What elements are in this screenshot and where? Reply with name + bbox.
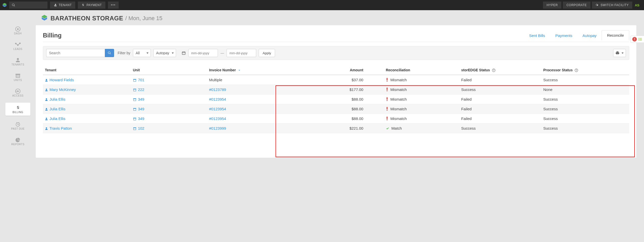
tab-autopay[interactable]: Autopay (577, 31, 602, 40)
unit-link[interactable]: 222 (138, 87, 144, 92)
more-actions-button[interactable]: ••• (108, 2, 119, 9)
sidebar-item-leads[interactable]: LEADS (9, 41, 27, 51)
help-icon[interactable]: ? (492, 69, 496, 72)
tenant-link[interactable]: Mary McKinney (49, 87, 76, 92)
col-invoice-label: Invoice Number (209, 68, 236, 72)
ellipsis-icon: ••• (111, 3, 116, 7)
help-icon[interactable]: ? (575, 69, 578, 72)
tenant-link[interactable]: Travis Patton (49, 126, 72, 130)
dollar-icon (81, 4, 84, 7)
new-tenant-button[interactable]: TENANT (50, 2, 75, 9)
invoice-link[interactable]: #0123999 (209, 126, 226, 130)
col-reconciliation[interactable]: Reconciliation (365, 65, 459, 75)
filter-bar: Filter by All Autopay — Apply (43, 46, 629, 60)
svg-point-43 (638, 39, 639, 40)
person-icon (45, 117, 48, 120)
check-icon (386, 127, 389, 130)
warning-icon (386, 78, 388, 82)
svg-rect-35 (387, 110, 388, 111)
tenant-link[interactable]: Julia Ellis (49, 116, 66, 121)
corporate-link[interactable]: CORPORATE (563, 2, 590, 9)
sidebar-item-units[interactable]: UNITS (9, 72, 27, 83)
amount-cell: $88.00 (289, 95, 365, 104)
storedge-status: Failed (459, 104, 541, 114)
apply-button[interactable]: Apply (259, 49, 275, 57)
tab-payments[interactable]: Payments (550, 31, 577, 40)
tab-reconcile[interactable]: Reconcile (602, 30, 629, 41)
tab-sent-bills[interactable]: Sent Bills (524, 31, 550, 40)
sidebar-label: ACCESS (12, 94, 23, 97)
warning-icon (386, 97, 388, 101)
col-tenant[interactable]: Tenant (43, 65, 131, 75)
invoice-link[interactable]: #0123954 (209, 107, 226, 111)
unit-link[interactable]: 349 (138, 116, 144, 121)
pie-icon (15, 137, 20, 143)
svg-rect-47 (639, 40, 642, 40)
processor-status: Success (541, 75, 629, 85)
date-from-input[interactable] (188, 49, 218, 57)
person-icon (45, 88, 48, 91)
sidebar-item-dash[interactable]: DASH (9, 25, 27, 36)
printer-icon (615, 51, 620, 55)
filter-type-value: All (136, 51, 140, 55)
search-button[interactable] (105, 49, 114, 57)
sidebar-item-tenants[interactable]: TENANTS (9, 56, 27, 67)
svg-rect-41 (133, 128, 136, 130)
processor-status: Success (541, 124, 629, 133)
header-date: / Mon, June 15 (125, 15, 163, 22)
sidebar-item-billing[interactable]: BILLING (5, 103, 30, 116)
invoice-link[interactable]: #0123789 (209, 87, 226, 92)
tenant-link[interactable]: Howard Fields (49, 78, 74, 82)
filter-autopay-value: Autopay (156, 51, 169, 55)
calendar-icon (182, 51, 186, 55)
reconciliation-status: Match (391, 126, 402, 130)
invoice-link[interactable]: #0123954 (209, 116, 226, 121)
unit-link[interactable]: 701 (138, 78, 144, 82)
person-icon (45, 79, 48, 82)
corporate-label: CORPORATE (566, 3, 587, 7)
svg-point-44 (638, 40, 639, 41)
svg-point-42 (638, 38, 639, 39)
hyper-link[interactable]: HYPER (543, 2, 561, 9)
user-initials[interactable]: AS (632, 3, 642, 7)
sidebar-item-access[interactable]: ACCESS (9, 87, 27, 98)
unit-icon (133, 98, 137, 101)
col-processor[interactable]: Processor Status ? (541, 65, 629, 75)
sidebar-label: REPORTS (11, 143, 24, 146)
table-search (46, 49, 114, 57)
print-dropdown[interactable] (613, 49, 626, 57)
tenant-link[interactable]: Julia Ellis (49, 97, 66, 101)
col-amount[interactable]: Amount (289, 65, 365, 75)
new-payment-button[interactable]: PAYMENT (78, 2, 105, 9)
unit-link[interactable]: 349 (138, 107, 144, 111)
sidebar-label: BILLING (13, 111, 23, 114)
svg-rect-23 (387, 81, 388, 82)
filter-type-dropdown[interactable]: All (133, 49, 151, 57)
table-row: Mary McKinney222#0123789$177.00MismatchS… (43, 85, 629, 95)
global-search[interactable] (9, 2, 47, 9)
tenant-link[interactable]: Julia Ellis (49, 107, 66, 111)
facility-logo-icon (41, 14, 48, 22)
sidebar-item-reports[interactable]: REPORTS (9, 136, 27, 147)
sidebar-item-past-due[interactable]: PAST DUE (9, 120, 27, 131)
alert-badge[interactable]: ! (630, 36, 644, 43)
svg-rect-45 (639, 38, 642, 38)
search-input[interactable] (46, 49, 105, 57)
switch-icon (596, 4, 599, 7)
filter-autopay-dropdown[interactable]: Autopay (153, 49, 176, 57)
svg-text:?: ? (576, 69, 577, 72)
search-icon (12, 3, 15, 7)
switch-facility-button[interactable]: SWITCH FACILITY (592, 2, 632, 9)
unit-link[interactable]: 349 (138, 97, 144, 101)
access-icon (15, 88, 21, 94)
col-storedge[interactable]: storEDGE Status ? (459, 65, 541, 75)
unit-icon (133, 127, 137, 130)
storedge-status: Success (459, 124, 541, 133)
col-invoice[interactable]: Invoice Number (207, 65, 289, 75)
unit-link[interactable]: 102 (138, 126, 144, 130)
sidebar-label: UNITS (14, 79, 22, 82)
date-to-input[interactable] (227, 49, 256, 57)
processor-status: Success (541, 104, 629, 114)
col-unit[interactable]: Unit (131, 65, 207, 75)
invoice-link[interactable]: #0123954 (209, 97, 226, 101)
